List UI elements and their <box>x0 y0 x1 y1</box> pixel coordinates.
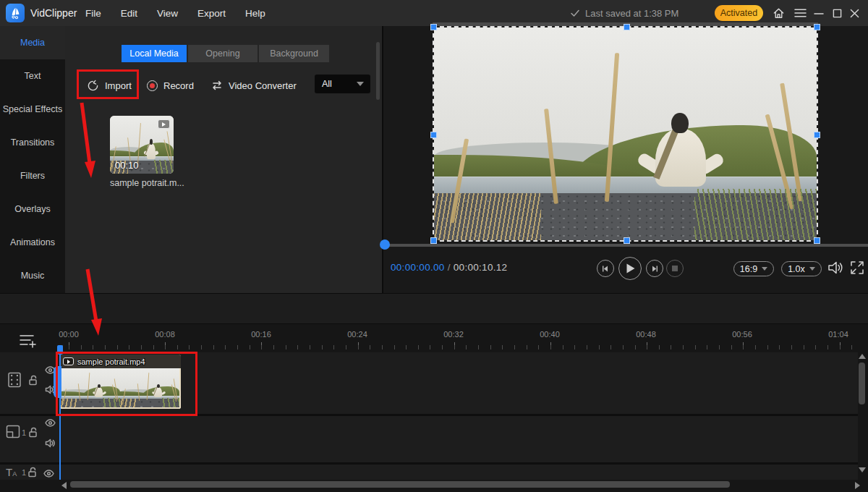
person-beanie <box>671 113 689 133</box>
lock-icon[interactable] <box>28 427 39 441</box>
home-icon[interactable] <box>771 6 786 20</box>
menu-help[interactable]: Help <box>245 8 265 19</box>
letter-t: T <box>6 466 12 478</box>
minimize-button[interactable] <box>812 6 826 20</box>
ruler-label: 00:40 <box>540 330 560 339</box>
text-track-count: 1 <box>22 468 26 477</box>
resize-handle-nw[interactable] <box>430 24 437 30</box>
hamburger-menu-icon[interactable] <box>793 6 807 20</box>
resize-handle-s[interactable] <box>624 237 630 244</box>
sidebar-item-animations[interactable]: Animations <box>0 226 65 259</box>
tab-local-media[interactable]: Local Media <box>122 45 187 62</box>
previous-frame-button[interactable] <box>597 260 614 277</box>
timecode: 00:00:00.00 / 00:00:10.12 <box>391 262 507 273</box>
ruler-label: 00:00 <box>59 330 79 339</box>
menu-view[interactable]: View <box>157 8 178 19</box>
pip-track-icon <box>6 425 20 441</box>
scroll-up-arrow[interactable] <box>859 354 866 359</box>
resize-handle-n[interactable] <box>624 24 630 30</box>
preview-video-selection[interactable] <box>433 26 818 242</box>
next-frame-button[interactable] <box>646 260 663 277</box>
person-beanie <box>150 139 153 145</box>
resize-handle-e[interactable] <box>814 132 820 138</box>
check-icon <box>570 8 580 18</box>
track-mute-icon[interactable] <box>45 438 56 451</box>
scroll-left-arrow[interactable] <box>61 482 67 489</box>
chevron-down-icon <box>809 267 815 271</box>
tab-background[interactable]: Background <box>259 45 329 62</box>
menu-export[interactable]: Export <box>197 8 226 19</box>
aspect-ratio-dropdown[interactable]: 16:9 <box>733 261 774 276</box>
app-title: VidClipper <box>30 0 77 26</box>
video-track-icon <box>7 372 22 391</box>
converter-icon <box>211 80 223 90</box>
sidebar-item-text[interactable]: Text <box>0 59 65 93</box>
clip-filename: sample potrait.m... <box>110 178 184 188</box>
play-button[interactable] <box>618 257 642 280</box>
menu-bar: File Edit View Export Help <box>85 0 265 26</box>
sidebar-item-overlays[interactable]: Overlays <box>0 192 65 226</box>
import-highlight-box <box>77 69 139 99</box>
video-type-badge <box>158 119 170 129</box>
menu-edit[interactable]: Edit <box>121 8 137 19</box>
chevron-down-icon <box>357 82 364 86</box>
save-status-text: Last saved at 1:38 PM <box>585 8 678 19</box>
tab-opening[interactable]: Opening <box>188 45 258 62</box>
maximize-button[interactable] <box>830 6 844 20</box>
sidebar-item-filters[interactable]: Filters <box>0 159 65 192</box>
text-track[interactable] <box>0 465 858 480</box>
stop-button[interactable] <box>666 260 684 277</box>
converter-label: Video Converter <box>229 80 297 91</box>
vidclipper-window: VidClipper File Edit View Export Help La… <box>0 0 868 492</box>
media-scrollbar[interactable] <box>376 42 380 100</box>
clip-highlight-box <box>56 352 197 416</box>
preview-seek-bar[interactable] <box>383 244 868 247</box>
pip-track[interactable] <box>0 416 858 462</box>
resize-handle-ne[interactable] <box>814 24 820 30</box>
time-separator: / <box>445 262 454 273</box>
lock-icon[interactable] <box>27 467 38 480</box>
chevron-down-icon <box>762 267 767 271</box>
seek-handle[interactable] <box>380 239 390 250</box>
vertical-scrollbar[interactable] <box>859 362 865 404</box>
edit-toolbar: T T NEW Export <box>0 293 868 324</box>
volume-icon[interactable] <box>827 259 844 279</box>
record-button[interactable]: Record <box>147 74 194 97</box>
video-converter-button[interactable]: Video Converter <box>211 74 297 97</box>
ruler-label: 00:32 <box>443 330 464 339</box>
stop-icon <box>672 266 678 271</box>
visibility-eye-icon[interactable] <box>45 417 56 430</box>
ruler-label: 00:56 <box>732 330 752 339</box>
menu-file[interactable]: File <box>85 8 101 19</box>
pip-track-count: 1 <box>22 428 26 437</box>
media-filter-dropdown[interactable]: All <box>315 75 370 93</box>
ruler-minor-ticks <box>56 345 858 349</box>
letter-a: A <box>12 470 17 478</box>
scroll-right-arrow[interactable] <box>855 482 860 489</box>
sidebar-item-media[interactable]: Media <box>0 26 65 59</box>
resize-handle-w[interactable] <box>430 132 437 138</box>
add-track-icon[interactable] <box>19 333 38 352</box>
lock-icon[interactable] <box>28 375 39 389</box>
media-panel: Local Media Opening Background Import Re… <box>65 26 382 293</box>
filter-value: All <box>322 79 332 89</box>
current-time: 00:00:00.00 <box>391 262 445 273</box>
sidebar-item-music[interactable]: Music <box>0 259 65 292</box>
resize-handle-se[interactable] <box>814 237 820 244</box>
sidebar-item-transitions[interactable]: Transitions <box>0 126 65 159</box>
close-button[interactable] <box>847 6 861 20</box>
sidebar-item-special-effects[interactable]: Special Effects <box>0 93 65 126</box>
fullscreen-icon[interactable] <box>850 260 864 278</box>
record-icon <box>147 80 158 91</box>
ruler-label: 00:24 <box>347 330 367 339</box>
playback-speed-dropdown[interactable]: 1.0x <box>781 261 822 276</box>
visibility-eye-icon[interactable] <box>43 467 54 480</box>
ruler-label: 00:48 <box>636 330 656 339</box>
video-scene <box>434 27 817 240</box>
horizontal-scrollbar[interactable] <box>70 481 730 488</box>
activated-button[interactable]: Activated <box>715 5 763 21</box>
clip-duration: 00:10 <box>115 160 139 171</box>
media-clip-thumbnail[interactable]: 00:10 <box>110 116 174 174</box>
resize-handle-sw[interactable] <box>430 237 437 244</box>
scroll-down-arrow[interactable] <box>859 467 866 472</box>
